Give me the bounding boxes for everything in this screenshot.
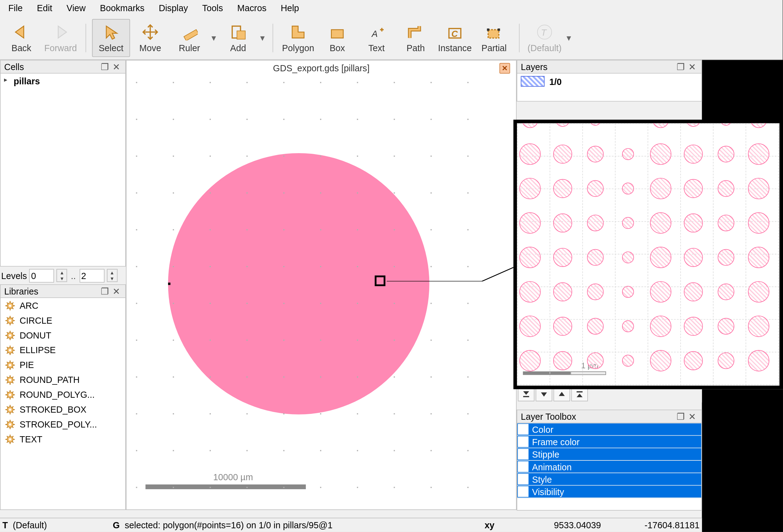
tech-dropdown[interactable]: ▾ — [565, 32, 573, 43]
menubar: File Edit View Bookmarks Display Tools M… — [0, 0, 783, 16]
svg-rect-9 — [332, 30, 343, 38]
levels-label: Levels — [1, 270, 27, 281]
canvas-close-button[interactable]: ✕ — [500, 63, 510, 73]
ruler-button[interactable]: Ruler — [170, 19, 209, 57]
status-xy-label: xy — [485, 520, 502, 530]
layer-up-button[interactable] — [554, 387, 570, 402]
pillar-shape — [718, 180, 734, 197]
zoom-inset: 1 µm — [513, 120, 783, 389]
layer-toolbox-row[interactable]: Style — [517, 473, 701, 486]
levels-from-spinner[interactable]: ▲▼ — [57, 269, 67, 282]
menu-help[interactable]: Help — [274, 1, 306, 15]
menu-macros[interactable]: Macros — [230, 1, 274, 15]
default-tech-button[interactable]: T (Default) — [526, 19, 564, 57]
menu-edit[interactable]: Edit — [30, 1, 59, 15]
cells-title: Cells — [4, 62, 98, 72]
partial-button[interactable]: Partial — [475, 19, 513, 57]
undock-icon[interactable]: ❐ — [99, 61, 110, 72]
pillar-shape — [650, 178, 671, 199]
box-button[interactable]: Box — [318, 19, 356, 57]
close-icon[interactable]: ✕ — [111, 61, 122, 72]
pillar-shape — [750, 120, 767, 128]
svg-line-58 — [12, 347, 13, 348]
levels-from-input[interactable] — [29, 269, 54, 282]
ruler-dropdown[interactable]: ▾ — [210, 32, 218, 43]
select-button[interactable]: Select — [92, 19, 130, 57]
instance-button[interactable]: C Instance — [436, 19, 474, 57]
pillar-shape — [587, 352, 604, 369]
cell-item-pillars[interactable]: pillars — [1, 73, 125, 88]
arrow-right-icon — [51, 23, 70, 41]
close-icon[interactable]: ✕ — [687, 61, 698, 72]
add-button[interactable]: Add — [219, 19, 257, 57]
layer-toolbox-row[interactable]: Animation — [517, 461, 701, 473]
library-item[interactable]: ARC — [1, 298, 125, 313]
svg-rect-7 — [237, 31, 245, 39]
polygon-button[interactable]: Polygon — [279, 19, 317, 57]
menu-tools[interactable]: Tools — [195, 1, 230, 15]
add-icon — [228, 23, 247, 41]
close-icon[interactable]: ✕ — [111, 286, 122, 296]
library-item[interactable]: PIE — [1, 357, 125, 372]
layer-toolbox-row[interactable]: Color — [517, 423, 701, 436]
menu-display[interactable]: Display — [152, 1, 195, 15]
layer-toolbox-row[interactable]: Stipple — [517, 448, 701, 461]
svg-point-39 — [9, 319, 11, 321]
layer-down-button[interactable] — [536, 387, 552, 402]
svg-marker-124 — [559, 392, 565, 396]
close-icon[interactable]: ✕ — [687, 411, 698, 421]
layer-all-up-button[interactable] — [571, 387, 588, 402]
undock-icon[interactable]: ❐ — [675, 61, 686, 72]
svg-line-77 — [7, 382, 8, 383]
svg-rect-17 — [498, 29, 500, 31]
add-dropdown[interactable]: ▾ — [258, 32, 267, 43]
library-item[interactable]: ROUND_POLYG... — [1, 387, 125, 402]
levels-to-spinner[interactable]: ▲▼ — [107, 269, 117, 282]
path-icon — [406, 23, 425, 41]
pillar-shape — [522, 120, 538, 128]
levels-to-input[interactable] — [80, 269, 104, 282]
layer-all-down-button[interactable] — [518, 387, 535, 402]
undock-icon[interactable]: ❐ — [675, 411, 686, 421]
menu-view[interactable]: View — [60, 1, 93, 15]
library-item[interactable]: ELLIPSE — [1, 343, 125, 357]
back-button[interactable]: Back — [2, 19, 41, 57]
layer-item-1-0[interactable]: 1/0 — [517, 73, 701, 89]
menu-bookmarks[interactable]: Bookmarks — [93, 1, 152, 15]
svg-line-56 — [12, 352, 13, 353]
library-item[interactable]: TEXT — [1, 432, 125, 446]
layer-toolbox-row[interactable]: Visibility — [517, 486, 701, 498]
svg-line-115 — [7, 436, 8, 437]
pillar-shape — [748, 212, 770, 234]
menu-file[interactable]: File — [1, 1, 30, 15]
layout-canvas[interactable]: GDS_export.gds [pillars] ✕ 10000 µm — [126, 60, 516, 510]
pillar-shape — [684, 145, 703, 163]
text-button[interactable]: A Text — [357, 19, 396, 57]
pillar-shape — [587, 284, 604, 301]
svg-line-67 — [7, 367, 8, 368]
pillar-shape — [622, 355, 634, 367]
forward-button[interactable]: Forward — [41, 19, 80, 57]
library-item[interactable]: CIRCLE — [1, 313, 125, 328]
svg-marker-8 — [292, 26, 304, 38]
pillar-shape — [686, 120, 700, 127]
svg-line-88 — [12, 391, 13, 393]
library-item[interactable]: DONUT — [1, 328, 125, 343]
path-button[interactable]: Path — [397, 19, 435, 57]
layer-toolbox-row[interactable]: Frame color — [517, 436, 701, 448]
move-button[interactable]: Move — [131, 19, 169, 57]
svg-text:C: C — [451, 29, 458, 39]
ruler-icon — [180, 23, 199, 41]
library-item[interactable]: STROKED_POLY... — [1, 417, 125, 432]
pillar-shape — [625, 120, 632, 123]
undock-icon[interactable]: ❐ — [99, 286, 110, 296]
library-item[interactable]: STROKED_BOX — [1, 402, 125, 417]
library-item[interactable]: ROUND_PATH — [1, 372, 125, 387]
pillar-shape — [748, 178, 770, 199]
selection-marker[interactable] — [375, 276, 385, 286]
pillar-shape — [650, 212, 671, 234]
svg-line-36 — [12, 322, 13, 324]
svg-rect-125 — [576, 391, 583, 393]
svg-line-78 — [12, 376, 13, 378]
svg-point-49 — [9, 334, 11, 336]
